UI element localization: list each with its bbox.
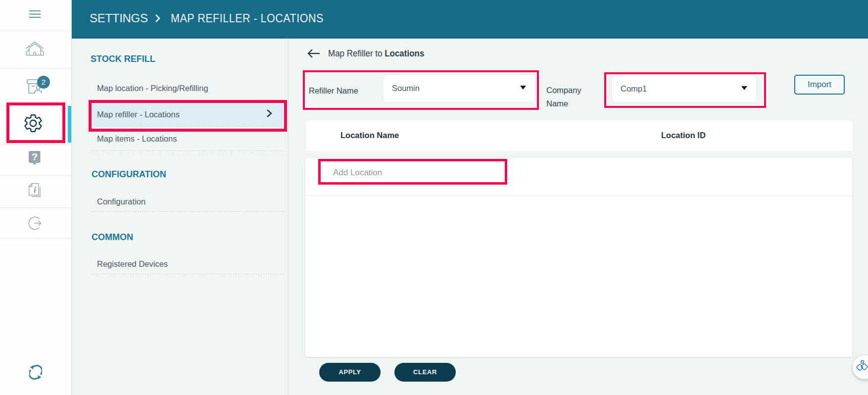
svg-text:?: ? (31, 151, 38, 162)
svg-text:i: i (34, 186, 36, 194)
